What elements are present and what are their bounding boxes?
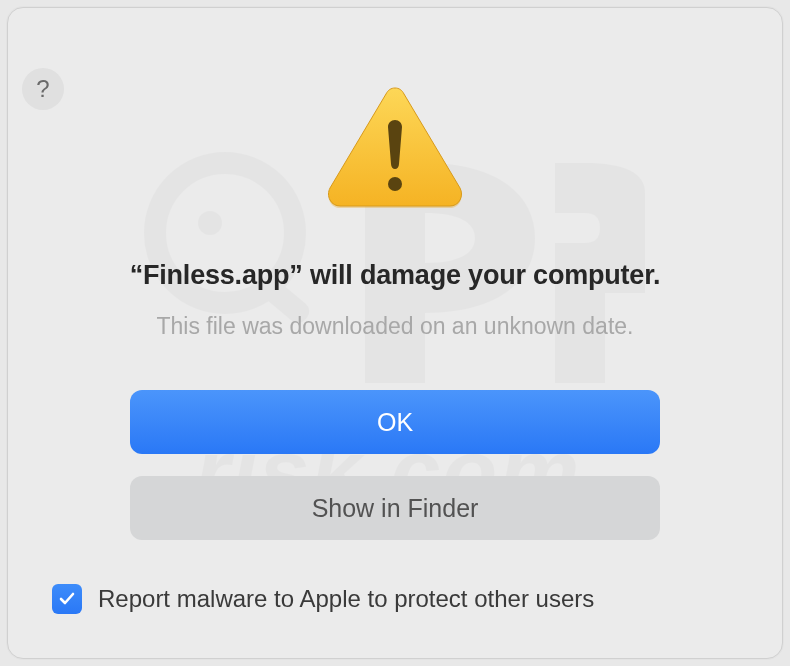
report-malware-row: Report malware to Apple to protect other… bbox=[52, 584, 738, 614]
checkmark-icon bbox=[58, 590, 76, 608]
svg-point-1 bbox=[198, 211, 222, 235]
alert-headline: “Finless.app” will damage your computer. bbox=[52, 260, 738, 291]
help-icon: ? bbox=[36, 75, 49, 103]
button-group: OK Show in Finder bbox=[52, 390, 738, 540]
report-malware-label: Report malware to Apple to protect other… bbox=[98, 585, 594, 613]
ok-button[interactable]: OK bbox=[130, 390, 660, 454]
alert-dialog: risk.com ? “Finless.app” will damage you… bbox=[7, 7, 783, 659]
show-in-finder-button[interactable]: Show in Finder bbox=[130, 476, 660, 540]
report-malware-checkbox[interactable] bbox=[52, 584, 82, 614]
alert-subtext: This file was downloaded on an unknown d… bbox=[52, 313, 738, 340]
warning-triangle-icon bbox=[325, 84, 465, 210]
svg-point-4 bbox=[388, 177, 402, 191]
warning-icon-container bbox=[52, 84, 738, 210]
